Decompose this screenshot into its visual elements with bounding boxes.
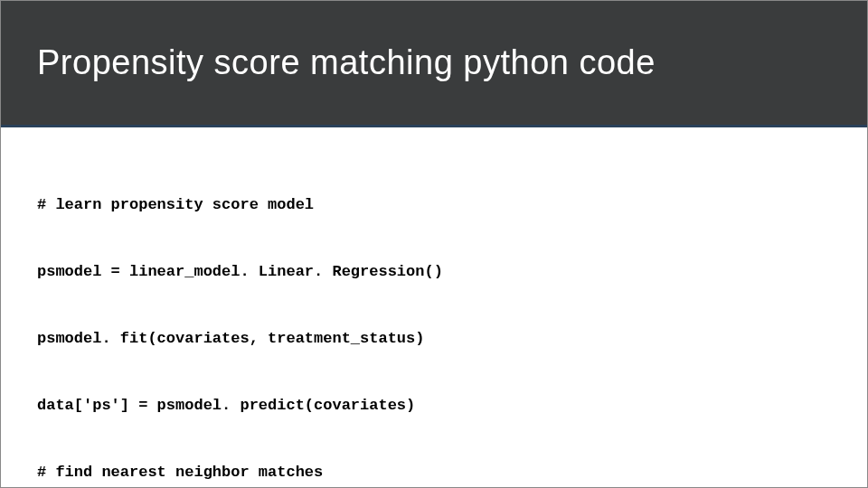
code-line: # learn propensity score model: [37, 194, 831, 217]
code-line: psmodel = linear_model. Linear. Regressi…: [37, 261, 831, 284]
code-line: data['ps'] = psmodel. predict(covariates…: [37, 395, 831, 418]
slide-content: # learn propensity score model psmodel =…: [1, 127, 867, 488]
slide-header: Propensity score matching python code: [1, 1, 867, 127]
code-line: # find nearest neighbor matches: [37, 462, 831, 484]
slide-title: Propensity score matching python code: [37, 43, 656, 82]
code-block: # learn propensity score model psmodel =…: [37, 150, 831, 488]
code-line: psmodel. fit(covariates, treatment_statu…: [37, 328, 831, 351]
